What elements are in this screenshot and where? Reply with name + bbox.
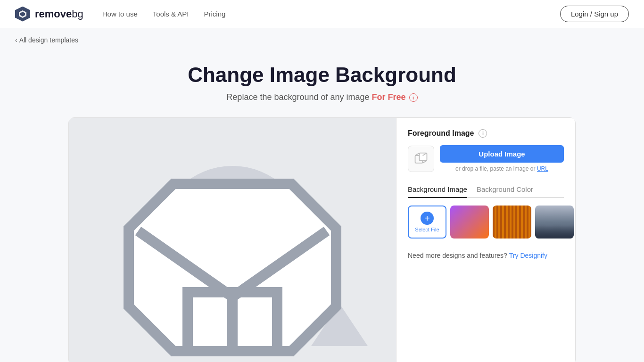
foreground-section: Foreground Image i xyxy=(408,129,564,172)
cube-icon xyxy=(413,151,429,166)
upload-hint: or drop a file, paste an image or URL xyxy=(440,165,564,172)
nav-link-pricing[interactable]: Pricing xyxy=(204,10,226,18)
bg-gradient-wood xyxy=(493,206,531,239)
foreground-info-icon[interactable]: i xyxy=(479,129,487,138)
nav-links: How to use Tools & API Pricing xyxy=(102,10,226,18)
page-title: Change Image Background xyxy=(15,63,629,87)
plus-icon: + xyxy=(421,212,434,225)
chevron-left-icon: ‹ xyxy=(15,36,17,44)
url-link[interactable]: URL xyxy=(537,165,548,172)
tab-background-image[interactable]: Background Image xyxy=(408,185,467,198)
bg-images-grid: + Select File › xyxy=(408,206,564,239)
bg-thumb-1[interactable] xyxy=(450,206,489,239)
designify-hint: Need more designs and features? Try Desi… xyxy=(408,252,564,259)
logo-icon xyxy=(15,7,30,22)
foreground-title: Foreground Image xyxy=(408,129,474,138)
logo-text: removebg xyxy=(35,8,83,20)
breadcrumb-label: All design templates xyxy=(19,36,78,44)
tool-card: Foreground Image i xyxy=(68,117,576,362)
canvas-area xyxy=(69,118,396,362)
upload-image-button[interactable]: Upload Image xyxy=(440,145,564,163)
nav-link-how-to-use[interactable]: How to use xyxy=(102,10,138,18)
bg-photo-city xyxy=(535,206,574,239)
fg-upload-right: Upload Image or drop a file, paste an im… xyxy=(440,145,564,172)
nav-link-tools-api[interactable]: Tools & API xyxy=(153,10,189,18)
breadcrumb-bar: ‹ All design templates xyxy=(0,28,644,52)
nav-left: removebg How to use Tools & API Pricing xyxy=(15,7,225,22)
breadcrumb-link[interactable]: ‹ All design templates xyxy=(15,36,78,44)
canvas-placeholder xyxy=(86,118,379,362)
hero-subtitle: Replace the background of any image For … xyxy=(15,92,629,102)
logo[interactable]: removebg xyxy=(15,7,83,22)
info-icon[interactable]: i xyxy=(409,93,418,102)
bg-tabs: Background Image Background Color xyxy=(408,185,564,198)
fg-upload-row: Upload Image or drop a file, paste an im… xyxy=(408,145,564,172)
bg-gradient-purple-orange xyxy=(450,206,489,239)
placeholder-svg xyxy=(86,118,379,362)
background-section: Background Image Background Color + Sele… xyxy=(408,185,564,239)
tab-background-color[interactable]: Background Color xyxy=(477,185,533,198)
bg-thumb-2[interactable] xyxy=(493,206,531,239)
tool-container: Foreground Image i xyxy=(53,117,591,362)
fg-icon-box xyxy=(408,146,434,172)
bg-thumb-3[interactable] xyxy=(535,206,574,239)
designify-link[interactable]: Try Designify xyxy=(509,252,547,259)
for-free-badge: For Free xyxy=(372,92,406,102)
foreground-header: Foreground Image i xyxy=(408,129,564,138)
sidebar: Foreground Image i xyxy=(396,118,575,362)
hero-section: Change Image Background Replace the back… xyxy=(0,52,644,117)
login-signup-button[interactable]: Login / Sign up xyxy=(560,6,629,22)
select-file-label: Select File xyxy=(415,227,439,232)
bg-select-file-button[interactable]: + Select File xyxy=(408,206,446,239)
navbar: removebg How to use Tools & API Pricing … xyxy=(0,0,644,28)
